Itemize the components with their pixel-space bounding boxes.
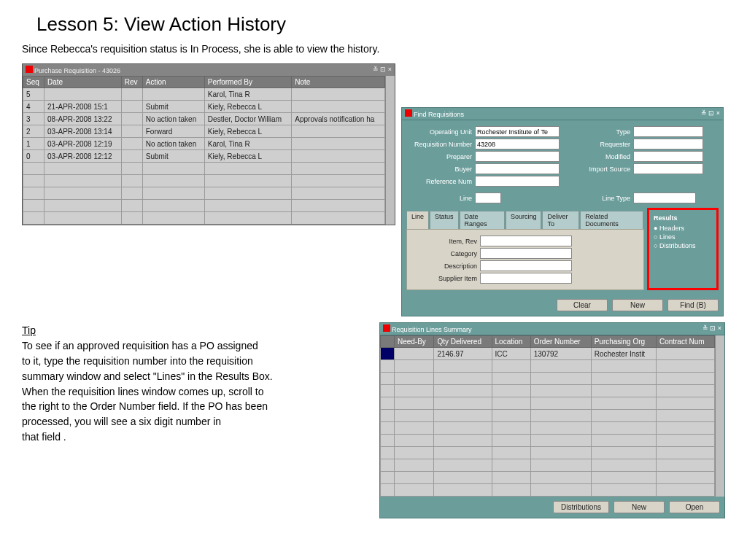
window-controls[interactable]: ≚ ⊡ × [701,109,720,118]
form-input[interactable] [633,163,703,174]
form-input[interactable] [475,151,560,162]
window-controls[interactable]: ≚ ⊡ × [703,324,721,333]
scrollbar[interactable] [715,335,724,497]
table-row[interactable] [380,422,714,435]
oracle-icon [26,66,33,73]
col-header: Order Number [530,336,591,348]
tab[interactable]: Status [430,211,459,229]
page-title: Lesson 5: View Action History [36,13,725,36]
tabs: LineStatusDate RangesSourcingDeliver ToR… [406,211,644,229]
find-window: Find Requisitions ≚ ⊡ × Operating UnitRe… [401,107,724,316]
tab[interactable]: Line [406,211,429,229]
history-titlebar: Purchase Requisition - 43026 ≚ ⊡ × [23,64,395,76]
table-row[interactable]: 2146.97ICC130792Rochester Instit [380,348,714,360]
form-label: Type [565,128,633,136]
open-button[interactable]: Open [669,501,720,513]
table-row[interactable]: 203-APR-2008 13:14ForwardKiely, Rebecca … [23,125,385,138]
summary-window: Requisition Lines Summary ≚ ⊡ × Need-ByQ… [379,322,725,518]
table-row[interactable]: 103-APR-2008 12:19No action takenKarol, … [23,138,385,150]
findb-button[interactable]: Find (B) [667,299,719,311]
form-label: Description [411,262,480,270]
table-row[interactable]: 421-APR-2008 15:1SubmitKiely, Rebecca L [23,101,385,113]
table-row[interactable]: 308-APR-2008 13:22No action takenDestler… [23,113,385,125]
table-row[interactable] [380,484,714,497]
table-row[interactable] [380,472,714,484]
table-row[interactable] [23,187,385,200]
new-button[interactable]: New [614,501,665,513]
form-label: Requester [565,141,633,148]
form-input[interactable] [480,260,572,271]
line-input[interactable] [475,192,501,203]
col-header: Rev [121,77,142,88]
summary-titlebar: Requisition Lines Summary ≚ ⊡ × [380,323,724,335]
find-button-row: ClearNewFind (B) [402,295,723,316]
intro-text: Since Rebecca's requisition status is In… [22,43,725,55]
tab-panel: Item, RevCategoryDescriptionSupplier Ite… [406,229,644,290]
table-row[interactable] [380,360,714,373]
table-row[interactable] [23,200,385,212]
table-row[interactable] [380,397,714,410]
table-row[interactable]: 5Karol, Tina R [23,88,385,101]
col-header: Date [44,77,122,88]
table-row[interactable] [380,447,714,459]
summary-table: Need-ByQty DeliveredLocationOrder Number… [380,335,715,497]
form-label: Item, Rev [411,238,480,245]
form-input[interactable] [633,151,703,162]
form-input[interactable] [475,176,560,187]
form-label: Requisition Number [406,141,475,148]
oracle-icon [405,109,412,117]
tab[interactable]: Date Ranges [460,211,505,229]
col-header: Qty Delivered [434,336,492,348]
col-header: Note [292,77,385,88]
linetype-label: Line Type [565,195,633,202]
form-label: Preparer [406,153,475,160]
table-row[interactable] [23,175,385,187]
form-input[interactable] [633,126,703,137]
history-window: Purchase Requisition - 43026 ≚ ⊡ × SeqDa… [22,63,395,225]
form-label: Buyer [406,166,475,173]
clear-button[interactable]: Clear [557,299,608,311]
form-input[interactable] [475,163,560,174]
col-header: Action [142,77,204,88]
linetype-input[interactable] [633,192,696,203]
table-row[interactable] [380,373,714,385]
form-input[interactable] [480,273,572,284]
table-row[interactable]: 003-APR-2008 12:12SubmitKiely, Rebecca L [23,150,385,163]
window-controls[interactable]: ≚ ⊡ × [373,66,392,74]
oracle-icon [383,324,390,332]
results-box: Results HeadersLinesDistributions [647,208,719,290]
table-row[interactable] [380,459,714,472]
form-input[interactable] [633,139,703,149]
col-header: Need-By [394,336,433,348]
tip-text: Tip To see if an approved requisition ha… [22,322,374,446]
tab[interactable]: Related Documents [580,211,643,229]
form-label: Operating Unit [406,128,475,136]
form-input[interactable] [480,248,572,259]
form-label: Import Source [565,166,633,173]
form-label: Reference Num [406,178,475,185]
results-radio[interactable]: Distributions [654,242,712,249]
col-header: Performed By [204,77,291,88]
form-input[interactable] [475,139,560,149]
form-input[interactable] [480,236,572,246]
table-row[interactable] [380,410,714,422]
history-table: SeqDateRevActionPerformed ByNote 5Karol,… [23,76,385,225]
table-row[interactable] [23,163,385,175]
results-radio[interactable]: Lines [654,233,712,241]
scrollbar[interactable] [385,76,395,225]
form-input[interactable] [475,126,560,137]
find-titlebar: Find Requisitions ≚ ⊡ × [402,108,723,120]
table-row[interactable] [23,212,385,225]
col-header: Contract Num [656,336,714,348]
tab[interactable]: Sourcing [506,211,542,229]
new-button[interactable]: New [612,299,663,311]
form-label: Category [411,250,480,257]
results-title: Results [654,214,712,222]
results-radio[interactable]: Headers [654,225,712,232]
distributions-button[interactable]: Distributions [553,501,609,513]
line-label: Line [406,195,475,202]
table-row[interactable] [380,385,714,397]
tab[interactable]: Deliver To [542,211,579,229]
table-row[interactable] [380,435,714,447]
col-header: Purchasing Org [591,336,656,348]
